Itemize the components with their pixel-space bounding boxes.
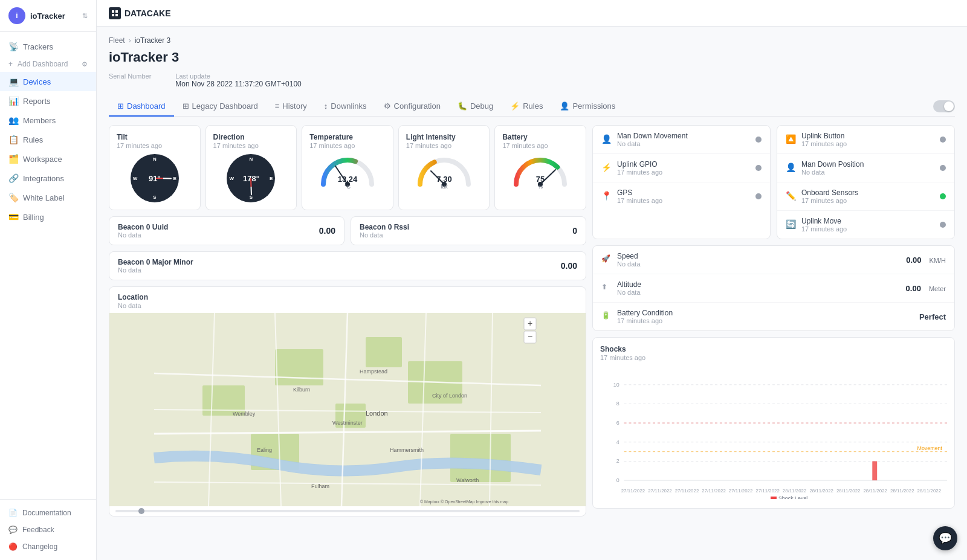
sidebar-item-devices[interactable]: 💻 Devices — [0, 72, 96, 91]
svg-text:75: 75 — [536, 175, 545, 184]
battery-gauge-svg: 75 % — [510, 154, 571, 190]
tab-dashboard[interactable]: ⊞ Dashboard — [109, 97, 174, 117]
svg-text:Walworth: Walworth — [456, 477, 479, 483]
feedback-label: Feedback — [22, 526, 54, 534]
sidebar-header[interactable]: i ioTracker ⇅ — [0, 0, 96, 32]
man-down-movement-dot — [755, 137, 762, 143]
map-visual[interactable]: London Westminster City of London Kilbur… — [109, 313, 586, 506]
sidebar-label-workspace: Workspace — [23, 155, 62, 164]
devices-icon: 💻 — [8, 77, 18, 86]
tab-permissions[interactable]: 👤 Permissions — [551, 97, 624, 117]
beacon-uuid-card: Beacon 0 Uuid No data 0.00 — [109, 216, 344, 245]
sidebar-item-workspace[interactable]: 🗂️ Workspace — [0, 149, 96, 169]
svg-rect-0 — [112, 10, 114, 13]
battery-condition-value: Perfect — [919, 312, 946, 321]
left-column: Tilt 17 minutes ago N S W E 91° — [109, 125, 586, 517]
location-map-card: Location No data — [109, 286, 586, 517]
tilt-n-label: N — [153, 156, 157, 162]
map-title: Location — [118, 293, 577, 301]
sidebar-item-billing[interactable]: 💳 Billing — [0, 207, 96, 227]
sidebar-item-feedback[interactable]: 💬 Feedback — [0, 521, 96, 538]
tab-history[interactable]: ≡ History — [267, 97, 315, 117]
svg-text:+: + — [528, 318, 532, 328]
tab-legacy-dashboard[interactable]: ⊞ Legacy Dashboard — [174, 97, 267, 117]
chat-icon: 💬 — [939, 532, 952, 545]
changelog-icon: 🔴 — [8, 542, 18, 551]
svg-text:2: 2 — [616, 458, 619, 464]
map-header: Location No data — [109, 287, 586, 313]
svg-text:City of London: City of London — [432, 393, 467, 399]
sidebar-item-trackers[interactable]: 📡 Trackers — [0, 37, 96, 56]
battery-widget: Battery 17 minutes ago — [494, 125, 586, 210]
tab-debug-label: Debug — [470, 101, 493, 111]
config-tab-icon: ⚙ — [384, 101, 391, 111]
perm-tab-icon: 👤 — [560, 101, 569, 111]
sidebar-item-changelog[interactable]: 🔴 Changelog — [0, 538, 96, 555]
svg-text:28/11/2022: 28/11/2022 — [863, 488, 887, 494]
speed-info: Speed No data — [617, 252, 901, 268]
tab-downlinks-label: Downlinks — [331, 101, 366, 111]
svg-text:27/11/2022: 27/11/2022 — [729, 488, 753, 494]
direction-value: 178° — [243, 174, 259, 183]
sidebar-item-members[interactable]: 👥 Members — [0, 111, 96, 130]
svg-rect-18 — [366, 337, 402, 367]
svg-text:Wembley: Wembley — [233, 411, 256, 417]
gps-info: GPS 17 minutes ago — [617, 188, 751, 204]
tab-bar: ⊞ Dashboard ⊞ Legacy Dashboard ≡ History… — [109, 97, 955, 117]
tab-configuration[interactable]: ⚙ Configuration — [375, 97, 449, 117]
beacon-rssi-value: 0 — [572, 226, 577, 236]
gps-icon: 📍 — [601, 191, 612, 202]
settings-icon[interactable]: ⚙ — [82, 60, 88, 68]
meta-info: Serial Number Last update Mon Nov 28 202… — [109, 72, 955, 88]
sidebar-item-documentation[interactable]: 📄 Documentation — [0, 504, 96, 521]
status-left: 👤 Man Down Movement No data ⚡ U — [592, 125, 771, 239]
chat-button[interactable]: 💬 — [933, 526, 957, 550]
battery-condition-info: Battery Condition 17 minutes ago — [617, 309, 914, 324]
gps-time: 17 minutes ago — [617, 197, 751, 204]
map-slider[interactable] — [109, 506, 586, 516]
tab-debug[interactable]: 🐛 Debug — [449, 97, 502, 117]
svg-text:°C: °C — [344, 184, 351, 190]
svg-text:Westminster: Westminster — [332, 420, 363, 426]
sidebar-item-rules[interactable]: 📋 Rules — [0, 130, 96, 149]
svg-text:10: 10 — [613, 382, 619, 388]
dashboard-toggle[interactable] — [933, 100, 955, 112]
slider-thumb[interactable] — [138, 508, 144, 514]
add-dashboard-item[interactable]: + Add Dashboard ⚙ — [0, 56, 96, 72]
sidebar-label-rules: Rules — [23, 135, 43, 144]
svg-text:28/11/2022: 28/11/2022 — [890, 488, 914, 494]
beacon-uuid-sub: No data — [118, 231, 168, 239]
direction-title: Direction — [213, 133, 245, 141]
breadcrumb: Fleet › ioTracker 3 — [109, 36, 955, 45]
onboard-sensors-icon: ✏️ — [786, 191, 797, 202]
sidebar-item-reports[interactable]: 📊 Reports — [0, 91, 96, 111]
tab-toggle-area — [933, 100, 955, 112]
sidebar-item-white-label[interactable]: 🏷️ White Label — [0, 188, 96, 207]
sidebar-item-integrations[interactable]: 🔗 Integrations — [0, 169, 96, 188]
dir-s-label: S — [250, 195, 253, 200]
direction-gauge: N S W E 178° — [213, 154, 289, 202]
svg-text:Hammersmith: Hammersmith — [390, 447, 424, 453]
breadcrumb-fleet[interactable]: Fleet — [109, 36, 125, 45]
svg-text:28/11/2022: 28/11/2022 — [917, 488, 942, 494]
uplink-move-name: Uplink Move — [801, 217, 935, 225]
sidebar-nav: 📡 Trackers + Add Dashboard ⚙ 💻 Devices 📊… — [0, 32, 96, 499]
speed-icon: 🚀 — [601, 254, 612, 265]
tilt-gauge: N S W E 91° — [117, 154, 193, 202]
page-title: ioTracker 3 — [109, 50, 955, 65]
members-icon: 👥 — [8, 115, 18, 125]
history-tab-icon: ≡ — [275, 101, 280, 111]
altitude-row: ⬆ Altitude No data 0.00 Meter — [593, 274, 954, 303]
map-svg: London Westminster City of London Kilbur… — [109, 313, 586, 506]
tilt-value: 91° — [149, 174, 161, 183]
svg-text:27/11/2022: 27/11/2022 — [621, 488, 645, 494]
light-title: Light Intensity — [406, 133, 456, 141]
tab-downlinks[interactable]: ↕ Downlinks — [315, 97, 375, 117]
man-down-pos-info: Man Down Position No data — [801, 160, 935, 176]
svg-text:Kilburn: Kilburn — [293, 387, 310, 393]
slider-track[interactable] — [115, 510, 580, 512]
beacon-rssi-card: Beacon 0 Rssi No data 0 — [351, 216, 586, 245]
last-update-value: Mon Nov 28 2022 11:37:20 GMT+0100 — [175, 80, 301, 88]
tab-rules[interactable]: ⚡ Rules — [502, 97, 551, 117]
dir-e-label: E — [270, 176, 273, 181]
